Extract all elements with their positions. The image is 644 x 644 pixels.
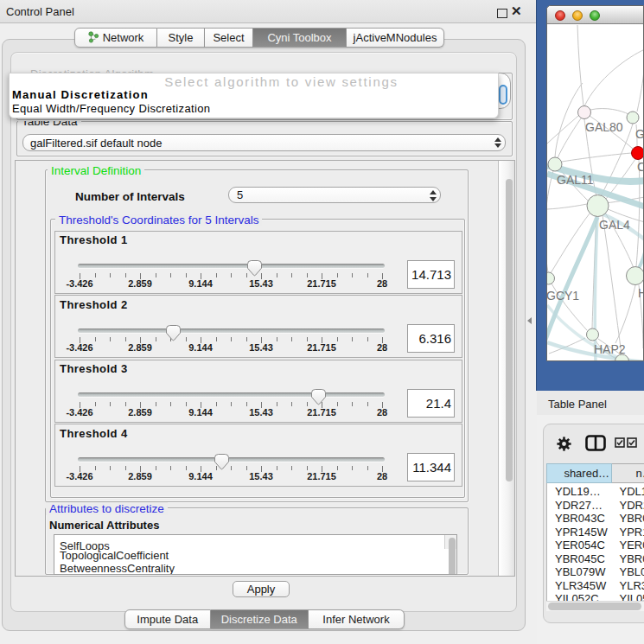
svg-text:H: H xyxy=(638,286,644,300)
svg-text:C: C xyxy=(637,160,644,174)
svg-text:GCY1: GCY1 xyxy=(547,289,579,303)
svg-text:GAL11: GAL11 xyxy=(557,173,594,187)
svg-text:GAL80: GAL80 xyxy=(585,120,623,134)
svg-text:GAL4: GAL4 xyxy=(599,218,630,232)
svg-text:GA: GA xyxy=(635,127,644,141)
svg-text:HAP2: HAP2 xyxy=(594,342,626,356)
